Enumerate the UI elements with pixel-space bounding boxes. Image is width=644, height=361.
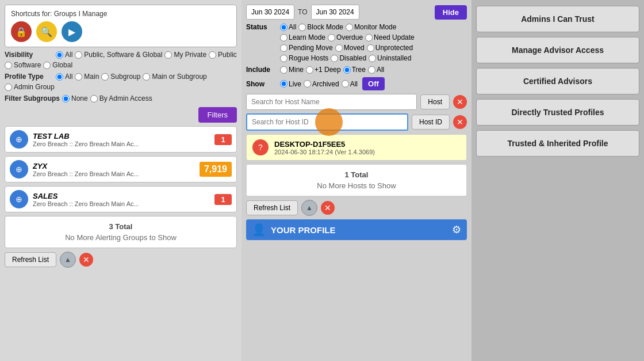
include-tree[interactable]: Tree	[343, 66, 366, 74]
show-label: Show	[246, 80, 278, 88]
shortcut-lock-icon[interactable]: 🔒	[11, 21, 32, 42]
host-date: 2024-06-30 18:17:24 (Ver 1.4.3069)	[274, 149, 375, 155]
shortcuts-icons: 🔒 🔍 ▶	[11, 21, 231, 42]
group-info-testlab: TEST LAB Zero Breach :: Zero Breach Main…	[33, 132, 210, 147]
group-badge-testlab: 1	[214, 134, 232, 145]
visibility-public-software-global[interactable]: Public, Software & Global	[75, 51, 162, 59]
status-row2: Learn Mode Overdue Need Update	[246, 33, 467, 41]
your-profile-avatar: 👤	[252, 223, 266, 237]
groups-refresh-button[interactable]: Refresh List	[5, 252, 56, 267]
visibility-global[interactable]: Global	[43, 61, 72, 69]
host-name-close-button[interactable]: ✕	[453, 95, 467, 109]
visibility-software[interactable]: Software	[5, 61, 41, 69]
group-badge-sales: 1	[214, 194, 232, 205]
host-search-button[interactable]: Host	[420, 94, 450, 109]
include-all[interactable]: All	[368, 66, 384, 74]
host-id-search-input[interactable]	[246, 113, 408, 131]
right-panel: Admins I Can Trust Manage Advisor Access…	[471, 0, 644, 361]
group-info-sales: SALES Zero Breach :: Zero Breach Main Ac…	[33, 192, 210, 207]
visibility-row: Visibility All Public, Software & Global…	[5, 51, 237, 69]
host-result-item[interactable]: ? DESKTOP-D1F5EE5 2024-06-30 18:17:24 (V…	[246, 134, 467, 161]
group-sub-zyx: Zero Breach :: Zero Breach Main Ac...	[33, 170, 195, 177]
shortcut-play-icon[interactable]: ▶	[62, 21, 82, 42]
profile-type-admin-group[interactable]: Admin Group	[5, 83, 55, 91]
host-id-search-button[interactable]: Host ID	[412, 115, 450, 130]
host-name-search-row: Host ✕	[246, 94, 467, 110]
host-id-search-row: Host ID ✕	[246, 113, 467, 131]
hosts-refresh-button[interactable]: Refresh List	[246, 200, 298, 215]
hosts-total-box: 1 Total No More Hosts to Show	[246, 164, 467, 196]
visibility-all[interactable]: All	[56, 51, 72, 59]
filter-subgroups-by-admin[interactable]: By Admin Access	[90, 94, 152, 102]
group-avatar-testlab: ⊕	[10, 130, 28, 149]
your-profile-bar[interactable]: 👤 YOUR PROFILE ⚙	[246, 219, 467, 240]
status-pending-move[interactable]: Pending Move	[280, 44, 333, 52]
shortcuts-box: Shortcuts for: Groups I Manage 🔒 🔍 ▶	[5, 5, 237, 47]
status-uninstalled[interactable]: Uninstalled	[369, 54, 411, 62]
status-learn-mode[interactable]: Learn Mode	[280, 33, 325, 41]
host-name-search-input[interactable]	[246, 94, 417, 110]
groups-up-arrow-icon[interactable]: ▲	[60, 252, 76, 268]
profile-type-subgroup[interactable]: Subgroup	[101, 73, 140, 81]
groups-no-more: No More Alerting Groups to Show	[11, 233, 231, 242]
hosts-refresh-row: Refresh List ▲ ✕	[246, 200, 467, 216]
status-block-mode[interactable]: Block Mode	[298, 23, 343, 31]
your-profile-gear-icon[interactable]: ⚙	[452, 223, 461, 236]
status-need-update[interactable]: Need Update	[365, 33, 415, 41]
status-block: Status All Block Mode Monitor Mode Learn…	[246, 23, 467, 62]
trusted-inherited-button[interactable]: Trusted & Inherited Profile	[476, 130, 639, 157]
include-label: Include	[246, 66, 278, 74]
status-row: Status All Block Mode Monitor Mode	[246, 23, 467, 31]
host-error-icon: ?	[252, 139, 269, 155]
status-monitor-mode[interactable]: Monitor Mode	[346, 23, 396, 31]
group-badge-zyx: 7,919	[200, 162, 232, 177]
date-row: Jun 30 2024 TO Jun 30 2024 Hide	[246, 5, 467, 20]
date-from-input[interactable]: Jun 30 2024	[246, 5, 294, 20]
group-avatar-sales: ⊕	[10, 190, 28, 208]
profile-type-all[interactable]: All	[56, 73, 72, 81]
directly-trusted-button[interactable]: Directly Trusted Profiles	[476, 99, 639, 126]
show-live[interactable]: Live	[280, 80, 301, 88]
groups-close-button[interactable]: ✕	[79, 253, 93, 267]
visibility-my-private[interactable]: My Private	[164, 51, 206, 59]
status-rogue-hosts[interactable]: Rogue Hosts	[280, 54, 328, 62]
to-label: TO	[298, 8, 307, 16]
show-archived[interactable]: Archived	[304, 80, 339, 88]
off-button[interactable]: Off	[362, 77, 385, 90]
show-all[interactable]: All	[342, 80, 358, 88]
groups-refresh-row: Refresh List ▲ ✕	[5, 252, 237, 268]
profile-type-main[interactable]: Main	[75, 73, 99, 81]
host-id-close-button[interactable]: ✕	[453, 115, 467, 129]
filter-subgroups-none[interactable]: None	[62, 94, 88, 102]
hosts-no-more: No More Hosts to Show	[252, 181, 461, 190]
group-info-zyx: ZYX Zero Breach :: Zero Breach Main Ac..…	[33, 162, 195, 177]
visibility-public[interactable]: Public	[209, 51, 237, 59]
group-item-testlab[interactable]: ⊕ TEST LAB Zero Breach :: Zero Breach Ma…	[5, 126, 237, 153]
certified-advisors-button[interactable]: Certified Advisors	[476, 68, 639, 94]
hosts-up-arrow-icon[interactable]: ▲	[301, 200, 317, 216]
middle-panel: Jun 30 2024 TO Jun 30 2024 Hide Status A…	[241, 0, 471, 361]
status-all[interactable]: All	[280, 23, 296, 31]
hide-button[interactable]: Hide	[435, 5, 467, 20]
profile-type-label: Profile Type	[5, 73, 53, 81]
profile-type-main-or-subgroup[interactable]: Main or Subgroup	[143, 73, 206, 81]
status-unprotected[interactable]: Unprotected	[367, 44, 413, 52]
shortcut-search-icon[interactable]: 🔍	[36, 21, 57, 42]
admins-can-trust-button[interactable]: Admins I Can Trust	[476, 6, 639, 32]
status-disabled[interactable]: Disabled	[331, 54, 366, 62]
group-item-zyx[interactable]: ⊕ ZYX Zero Breach :: Zero Breach Main Ac…	[5, 156, 237, 183]
filters-button[interactable]: Filters	[198, 107, 237, 123]
group-item-sales[interactable]: ⊕ SALES Zero Breach :: Zero Breach Main …	[5, 186, 237, 212]
host-info: DESKTOP-D1F5EE5 2024-06-30 18:17:24 (Ver…	[274, 140, 375, 155]
group-sub-testlab: Zero Breach :: Zero Breach Main Ac...	[33, 140, 210, 147]
host-name: DESKTOP-D1F5EE5	[274, 140, 375, 149]
status-moved[interactable]: Moved	[335, 44, 365, 52]
include-mine[interactable]: Mine	[280, 66, 304, 74]
group-name-zyx: ZYX	[33, 162, 195, 170]
status-overdue[interactable]: Overdue	[328, 33, 363, 41]
manage-advisor-button[interactable]: Manage Advisor Access	[476, 37, 639, 63]
hosts-close-button[interactable]: ✕	[321, 201, 335, 215]
include-1deep[interactable]: +1 Deep	[306, 66, 341, 74]
date-to-input[interactable]: Jun 30 2024	[311, 5, 359, 20]
visibility-label: Visibility	[5, 51, 53, 59]
